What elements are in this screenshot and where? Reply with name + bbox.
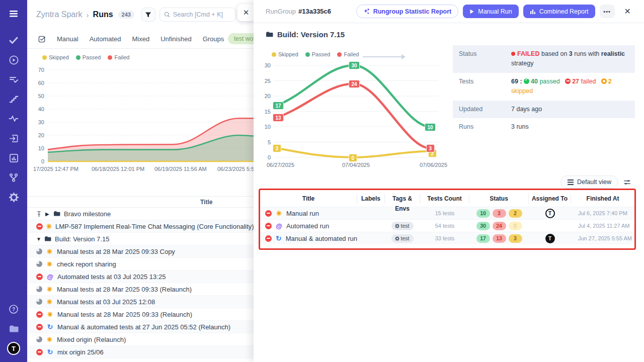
rungroup-detail-panel: RunGroup #13a335c6 Rungroup Statistic Re… [254, 0, 644, 362]
list-item-run[interactable]: @ Automated tests at 03 Jul 2025 13:25 [27, 270, 254, 283]
x-tick: 17/2025 12:47 PM [33, 166, 78, 172]
pin-icon [36, 211, 42, 217]
assignee-avatar[interactable]: T [545, 234, 555, 243]
plans-list-icon[interactable] [7, 73, 20, 86]
passed-pill: 30 [476, 222, 490, 230]
analytics-bar-chart-icon[interactable] [7, 151, 20, 164]
manual-run-button[interactable]: Manual Run [463, 5, 518, 18]
passed-count: 40 [531, 78, 538, 85]
x-tick: 06/18/2025 12:01 PM [92, 166, 144, 172]
updated-row: Updated 7 days ago [453, 101, 635, 118]
y-tick: 70 [38, 67, 44, 73]
runs-play-icon[interactable] [7, 53, 20, 66]
table-row[interactable]: ✳ Manual run 15 tests 10 3 2 T Jul 6, 20… [260, 207, 634, 219]
list-item-run[interactable]: ↻ mix origin 25/06 [27, 346, 254, 358]
chevron-down-icon[interactable]: ▼ [36, 236, 41, 242]
list-item-run[interactable]: ✳ Mixed origin (Relaunch) [27, 333, 254, 346]
run-title[interactable]: Manual run [286, 210, 319, 217]
table-row[interactable]: @ Automated run test 54 tests 30 24 0 Ju… [260, 219, 634, 232]
assignee-avatar[interactable]: T [545, 209, 555, 218]
search-box[interactable] [159, 8, 236, 22]
legend-failed-label: Failed [114, 54, 129, 60]
list-item-milestone[interactable]: ▶ Bravo milestone [27, 208, 254, 220]
skipped-legend-dot [42, 55, 47, 60]
table-row[interactable]: ↻ Manual & automated run test 33 tests 1… [260, 232, 634, 244]
col-tests-count[interactable]: Tests Count [420, 194, 469, 204]
run-title[interactable]: Automated run [286, 222, 329, 230]
combined-report-button[interactable]: Combined Report [523, 5, 595, 18]
list-item-run[interactable]: ✳ check report sharing [27, 258, 254, 270]
list-item-run[interactable]: ✳ Manual tests at 28 Mar 2025 09:33 (Rel… [27, 283, 254, 296]
status-text: runs with [574, 50, 599, 57]
col-status[interactable]: Status [469, 194, 529, 204]
tab-groups[interactable]: Groups [203, 35, 224, 43]
col-finished-at[interactable]: Finished At [571, 194, 634, 204]
projects-folder-icon[interactable] [7, 322, 20, 335]
help-icon[interactable]: ? [7, 303, 20, 316]
col-labels[interactable]: Labels [357, 194, 385, 204]
updated-label: Updated [459, 105, 511, 114]
failed-dot-icon [511, 52, 515, 56]
tag-pill[interactable]: test [391, 234, 414, 243]
passed-point-label: 30 [349, 61, 360, 69]
more-options-button[interactable]: ••• [600, 5, 615, 18]
list-item-rungroup[interactable]: ▼ Build: Version 7.15 [27, 233, 254, 245]
y-tick: 0 [268, 154, 271, 160]
skipped-point-label: 3 [273, 144, 281, 152]
panel-close-icon[interactable]: ✕ [621, 5, 634, 18]
branch-icon[interactable] [7, 171, 20, 184]
runs-value: 3 runs [511, 122, 629, 132]
status-pills: 17 13 3 [469, 234, 529, 243]
chevron-right-icon[interactable]: ▶ [45, 211, 50, 217]
run-title: Bravo milestone [64, 210, 111, 218]
user-avatar[interactable]: T [7, 342, 20, 355]
y-tick: 30 [38, 119, 44, 125]
x-tick: 06/23/2025 5:52 P [217, 166, 254, 172]
rungroup-runs-table: Title Labels Tags & Envs Tests Count Sta… [259, 189, 636, 250]
y-tick: 0 [41, 158, 44, 164]
settings-gear-icon[interactable] [7, 191, 20, 204]
inprogress-status-icon [36, 336, 42, 342]
col-title[interactable]: Title [260, 194, 357, 204]
col-tags-envs[interactable]: Tags & Envs [385, 194, 420, 204]
status-strategy: realistic [601, 50, 625, 57]
run-title: LMP-587 Implement Real-Time Chat Messagi… [55, 223, 254, 230]
run-title: Manual tests at 28 Mar 2025 09:33 Copy [57, 248, 175, 255]
failed-point-label: 24 [349, 80, 360, 88]
inprogress-status-icon [36, 299, 42, 305]
run-title: Manual tests at 28 Mar 2025 09:33 (Relau… [57, 311, 192, 318]
default-view-button[interactable]: Default view [560, 175, 618, 189]
tag-pill[interactable]: test [391, 222, 414, 230]
tab-mixed[interactable]: Mixed [132, 35, 150, 43]
status-row: Status FAILED based on 3 runs with reali… [453, 45, 635, 73]
runs-tabs: Manual Automated Mixed Unfinished Groups… [27, 29, 254, 49]
table-settings-sliders-icon[interactable] [623, 178, 631, 186]
breadcrumb-page: Runs [93, 10, 113, 19]
run-title[interactable]: Manual & automated run [286, 235, 357, 242]
import-icon[interactable] [7, 132, 20, 145]
drawer-close-button[interactable]: ✕ [237, 4, 255, 21]
search-input[interactable] [173, 11, 228, 18]
col-assigned-to[interactable]: Assigned To [529, 194, 571, 204]
rungroup-statistic-report-button[interactable]: Rungroup Statistic Report [356, 5, 459, 18]
run-title: Build: Version 7.15 [55, 235, 109, 243]
y-tick: 20 [265, 93, 271, 99]
menu-icon[interactable] [7, 7, 20, 20]
list-item-run[interactable]: ✳ Manual tests at 28 Mar 2025 09:33 Copy [27, 245, 254, 258]
select-runs-icon[interactable] [38, 35, 46, 43]
rungroup-info-table: Status FAILED based on 3 runs with reali… [453, 45, 635, 136]
list-item-run[interactable]: ✳ LMP-587 Implement Real-Time Chat Messa… [27, 220, 254, 233]
list-item-run[interactable]: ↻ Manual & automated tests at 27 Jun 202… [27, 321, 254, 333]
filter-funnel-button[interactable] [141, 8, 155, 22]
list-item-run[interactable]: ✳ Manual tests at 28 Mar 2025 09:33 (Rel… [27, 308, 254, 321]
tests-check-icon[interactable] [7, 34, 20, 47]
list-item-run[interactable]: ✳ Manual tests at 03 Jul 2025 12:08 [27, 296, 254, 308]
activity-pulse-icon[interactable] [7, 112, 20, 125]
milestones-steps-icon[interactable] [7, 93, 20, 106]
active-filter-pill[interactable]: test work [228, 33, 254, 44]
breadcrumb-project[interactable]: Zyntra Spark [36, 10, 83, 19]
failed-status-icon [36, 223, 43, 230]
tab-unfinished[interactable]: Unfinished [160, 35, 191, 43]
tab-automated[interactable]: Automated [90, 35, 121, 43]
tab-manual[interactable]: Manual [57, 35, 78, 43]
